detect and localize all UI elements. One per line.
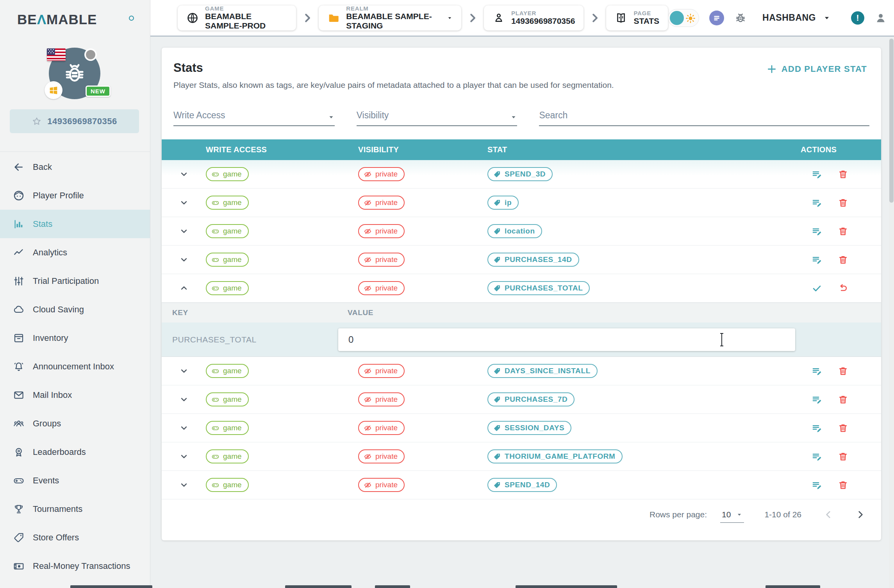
row-actions <box>801 394 881 405</box>
breadcrumb-label: REALM <box>346 5 437 12</box>
stat-value-input[interactable] <box>338 328 795 351</box>
write-access-filter[interactable]: Write Access <box>173 110 335 126</box>
edit-action[interactable] <box>812 480 822 490</box>
sidebar-item-trial-participation[interactable]: Trial Participation <box>0 267 150 295</box>
sidebar-item-real-money-transactions[interactable]: Real-Money Transactions <box>0 552 150 580</box>
expand-row-button[interactable] <box>179 394 189 404</box>
org-menu[interactable]: HASHBANG <box>762 12 831 23</box>
expand-row-button[interactable] <box>179 198 189 208</box>
sidebar-item-stats[interactable]: Stats <box>0 210 150 238</box>
alert-icon[interactable]: ! <box>851 11 864 25</box>
visibility-filter[interactable]: Visibility <box>357 110 517 126</box>
expand-row-button[interactable] <box>179 480 189 490</box>
sidebar: BEΛMABLE NEW 14936969870356 Back <box>0 0 150 588</box>
sidebar-item-store-offers[interactable]: Store Offers <box>0 523 150 552</box>
stat-badge: PURCHASES_14D <box>487 253 579 267</box>
bug-report-icon[interactable] <box>734 12 747 24</box>
prev-page-button[interactable] <box>823 510 833 520</box>
expand-row-button[interactable] <box>179 169 189 179</box>
add-player-stat-button[interactable]: ADD PLAYER STAT <box>767 64 867 74</box>
app-logo[interactable]: BEΛMABLE <box>17 12 97 27</box>
breadcrumb-player-chip[interactable]: PLAYER14936969870356 <box>484 5 584 30</box>
row-actions <box>801 451 881 462</box>
collapse-row-button[interactable] <box>179 283 189 293</box>
rows-per-page-select[interactable]: 10 <box>720 510 744 523</box>
eye-off-icon <box>364 284 372 292</box>
account-icon[interactable] <box>874 12 887 24</box>
gamepad-icon <box>13 475 25 486</box>
pagination-range: 1-10 of 26 <box>764 510 801 519</box>
medal-icon <box>13 446 25 458</box>
delete-action[interactable] <box>838 423 848 433</box>
sidebar-item-player-profile[interactable]: Player Profile <box>0 181 150 210</box>
delete-action[interactable] <box>838 169 848 180</box>
sidebar-item-inventory[interactable]: Inventory <box>0 324 150 352</box>
expand-row-button[interactable] <box>179 423 189 433</box>
breadcrumb-realm-chip[interactable]: REALMBEAMABLE SAMPLE-STAGING <box>319 5 461 30</box>
sidebar-item-mail-inbox[interactable]: Mail Inbox <box>0 381 150 409</box>
delete-action[interactable] <box>838 480 848 490</box>
messages-icon[interactable] <box>709 11 724 25</box>
next-page-button[interactable] <box>855 510 865 520</box>
delete-action[interactable] <box>838 366 848 376</box>
edit-action[interactable] <box>812 394 822 405</box>
breadcrumb-game-chip[interactable]: GAMEBEAMABLE SAMPLE-PROD <box>178 5 296 30</box>
sliders-icon <box>13 275 25 287</box>
sidebar-item-back[interactable]: Back <box>0 153 150 181</box>
edit-action[interactable] <box>812 366 822 376</box>
delete-action[interactable] <box>838 394 848 405</box>
col-visibility: VISIBILITY <box>358 145 487 154</box>
expand-row-button[interactable] <box>179 366 189 376</box>
search-input[interactable] <box>539 110 869 121</box>
page-subtitle: Player Stats, also known as tags, are ke… <box>173 80 869 90</box>
vertical-scrollbar[interactable] <box>889 38 894 588</box>
pagination: Rows per page: 10 1-10 of 26 <box>162 499 881 530</box>
edit-action[interactable] <box>812 169 822 180</box>
edit-action[interactable] <box>812 226 822 237</box>
sidebar-item-cloud-saving[interactable]: Cloud Saving <box>0 295 150 324</box>
caret-down-icon <box>510 114 517 121</box>
chevron-right-icon <box>589 12 601 24</box>
delete-action[interactable] <box>838 226 848 237</box>
sidebar-item-analytics[interactable]: Analytics <box>0 238 150 267</box>
expand-row-button[interactable] <box>179 451 189 461</box>
arrow-left-icon <box>13 161 25 173</box>
sidebar-item-groups[interactable]: Groups <box>0 409 150 438</box>
sidebar-item-announcement-inbox[interactable]: Announcement Inbox <box>0 352 150 381</box>
sidebar-item-tournaments[interactable]: Tournaments <box>0 495 150 523</box>
edit-action[interactable] <box>812 423 822 433</box>
delete-action[interactable] <box>838 198 848 208</box>
edit-action[interactable] <box>812 255 822 265</box>
edit-action[interactable] <box>812 451 822 462</box>
delete-action[interactable] <box>838 451 848 462</box>
eye-off-icon <box>364 453 372 461</box>
edit-action[interactable] <box>812 198 822 208</box>
confirm-action[interactable] <box>812 283 822 294</box>
eye-off-icon <box>364 424 372 432</box>
tag-icon <box>493 453 501 461</box>
sidebar-divider <box>0 151 150 152</box>
eye-off-icon <box>364 170 372 178</box>
sidebar-item-leaderboards[interactable]: Leaderboards <box>0 438 150 466</box>
delete-action[interactable] <box>838 255 848 265</box>
theme-moon-icon <box>670 11 684 25</box>
theme-toggle[interactable] <box>668 9 699 27</box>
stat-badge: PURCHASES_TOTAL <box>487 281 590 295</box>
us-flag-icon <box>47 48 66 61</box>
breadcrumb-page-chip[interactable]: PAGESTATS <box>606 5 668 30</box>
undo-action[interactable] <box>838 283 848 294</box>
expand-row-button[interactable] <box>179 255 189 265</box>
col-write-access: WRITE ACCESS <box>206 145 358 154</box>
globe-icon <box>186 12 199 24</box>
detail-key: PURCHASES_TOTAL <box>162 335 338 344</box>
player-id-badge[interactable]: 14936969870356 <box>10 109 139 133</box>
scrollbar-thumb[interactable] <box>889 39 894 203</box>
text-cursor <box>719 333 724 347</box>
sidebar-item-events[interactable]: Events <box>0 466 150 495</box>
expand-row-button[interactable] <box>179 226 189 236</box>
breadcrumb-value: BEAMABLE SAMPLE-PROD <box>205 12 287 30</box>
tag-icon <box>493 170 501 178</box>
eye-off-icon <box>364 227 372 235</box>
write-access-badge: game <box>206 224 249 238</box>
star-icon <box>32 116 42 127</box>
